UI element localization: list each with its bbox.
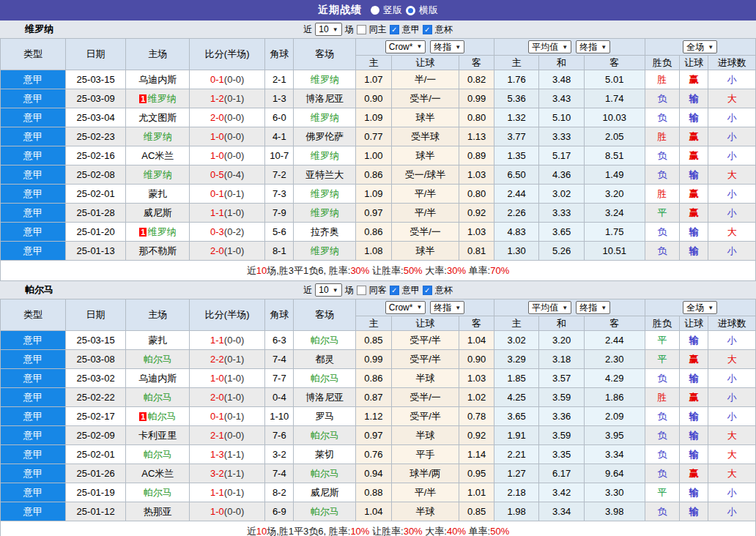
odds-handicap-cell: 受半/一 <box>391 223 459 242</box>
odds-away-cell: 0.92 <box>459 204 494 223</box>
team-name: 维罗纳 <box>25 23 53 36</box>
same-venue-checkbox[interactable] <box>357 286 366 295</box>
avg-away-cell: 2.09 <box>584 407 645 426</box>
away-team-cell: 维罗纳 <box>294 108 356 127</box>
avg-draw-cell: 3.48 <box>539 70 585 89</box>
odds-handicap-cell: 平/半 <box>391 204 459 223</box>
table-row: 意甲25-03-15乌迪内斯0-1(0-0)2-1维罗纳1.07半/一0.821… <box>1 70 756 89</box>
odds-away-cell: 0.85 <box>459 502 494 521</box>
home-team-cell: 蒙扎 <box>126 331 190 350</box>
date-cell: 25-02-23 <box>65 127 126 146</box>
table-row: 意甲25-01-12热那亚1-0(0-0)6-9帕尔马1.04半球0.851.9… <box>1 502 756 521</box>
result-wl-cell: 平 <box>645 483 679 502</box>
average-select-group: 平均值▼终指▼ <box>494 299 645 316</box>
home-team-cell: 卡利亚里 <box>126 426 190 445</box>
cup-checkbox[interactable]: ✓ <box>423 286 432 295</box>
avg-home-cell: 3.02 <box>494 331 539 350</box>
corner-cell: 7-3 <box>265 185 294 204</box>
odds-home-cell: 0.77 <box>356 127 391 146</box>
away-team-cell: 维罗纳 <box>294 185 356 204</box>
layout-radio-group: 竖版 横版 <box>371 4 438 17</box>
avg-home-cell: 1.76 <box>494 70 539 89</box>
col-avg-away: 客 <box>584 56 645 70</box>
final-odds-select[interactable]: 终指▼ <box>430 40 464 53</box>
odds-home-cell: 0.76 <box>356 445 391 464</box>
odds-handicap-cell: 受半/一 <box>391 388 459 407</box>
score-cell: 1-0(1-0) <box>190 369 265 388</box>
corner-cell: 7-2 <box>265 165 294 185</box>
result-handicap-cell: 赢 <box>679 464 708 483</box>
home-team-cell: 1维罗纳 <box>126 223 190 242</box>
result-select-group: 全场▼ <box>645 299 755 316</box>
away-team-cell: 帕尔马 <box>294 502 356 521</box>
team-section: 帕尔马 近 10▼ 场 同客 ✓ 意甲 ✓ 意杯 类型 <box>0 281 756 536</box>
result-wl-cell: 负 <box>645 502 679 521</box>
odds-home-cell: 1.09 <box>356 185 391 204</box>
table-row: 意甲25-01-13那不勒斯2-0(1-0)8-1维罗纳1.08球半0.811.… <box>1 242 756 261</box>
result-goals-cell: 大 <box>708 223 756 242</box>
avg-draw-cell: 4.36 <box>539 165 585 185</box>
table-row: 意甲25-02-171帕尔马0-1(0-1)1-10罗马1.12受平/半0.78… <box>1 407 756 426</box>
odds-home-cell: 0.90 <box>356 89 391 108</box>
league-checkbox[interactable]: ✓ <box>390 25 399 34</box>
avg-away-cell: 3.30 <box>584 483 645 502</box>
result-goals-cell: 小 <box>708 483 756 502</box>
odds-away-cell: 0.78 <box>459 407 494 426</box>
summary-row: 近10场,胜3平1负6, 胜率:30% 让胜率:50% 大率:30% 单率:70… <box>1 261 756 281</box>
result-goals-cell: 小 <box>708 108 756 127</box>
table-row: 意甲25-02-09卡利亚里2-1(0-0)7-6帕尔马0.97半球0.921.… <box>1 426 756 445</box>
col-away: 客场 <box>294 39 356 70</box>
date-cell: 25-03-09 <box>65 89 126 108</box>
corner-cell: 7-7 <box>265 369 294 388</box>
avg-home-cell: 1.35 <box>494 146 539 165</box>
final-odds-select[interactable]: 终指▼ <box>430 301 464 314</box>
league-checkbox[interactable]: ✓ <box>390 286 399 295</box>
odds-away-cell: 1.03 <box>459 369 494 388</box>
avg-away-cell: 3.95 <box>584 426 645 445</box>
full-match-select[interactable]: 全场▼ <box>683 301 717 314</box>
result-goals-cell: 大 <box>708 426 756 445</box>
odds-source-select[interactable]: Crow*▼ <box>385 40 426 53</box>
result-wl-cell: 负 <box>645 242 679 261</box>
corner-cell: 5-6 <box>265 223 294 242</box>
final-odds-select-2[interactable]: 终指▼ <box>576 301 610 314</box>
vertical-layout-radio[interactable] <box>371 6 379 15</box>
avg-draw-cell: 5.10 <box>539 108 585 127</box>
cup-label: 意杯 <box>435 23 453 36</box>
result-handicap-cell: 输 <box>679 445 708 464</box>
odds-handicap-cell: 受平/半 <box>391 331 459 350</box>
odds-handicap-cell: 受半/一 <box>391 89 459 108</box>
final-odds-select-2[interactable]: 终指▼ <box>576 40 610 53</box>
average-select[interactable]: 平均值▼ <box>528 40 571 53</box>
match-count-select[interactable]: 10▼ <box>315 283 341 297</box>
same-venue-checkbox[interactable] <box>357 25 366 34</box>
home-team-cell: 威尼斯 <box>126 204 190 223</box>
score-cell: 1-1(1-0) <box>190 204 265 223</box>
full-match-select[interactable]: 全场▼ <box>683 40 717 53</box>
away-team-cell: 罗马 <box>294 407 356 426</box>
home-team-cell: 乌迪内斯 <box>126 70 190 89</box>
col-date: 日期 <box>65 39 126 70</box>
result-wl-cell: 负 <box>645 407 679 426</box>
col-score: 比分(半场) <box>190 39 265 70</box>
average-select[interactable]: 平均值▼ <box>528 301 571 314</box>
odds-handicap-cell: 平/半 <box>391 483 459 502</box>
match-count-select[interactable]: 10▼ <box>315 23 341 36</box>
chevron-down-icon: ▼ <box>416 43 422 50</box>
avg-home-cell: 1.91 <box>494 426 539 445</box>
chevron-down-icon: ▼ <box>601 305 607 311</box>
avg-away-cell: 3.34 <box>584 445 645 464</box>
table-row: 意甲25-02-23维罗纳1-0(0-0)4-1佛罗伦萨0.77受半球1.133… <box>1 127 756 146</box>
col-avg-home: 主 <box>494 316 539 331</box>
col-corner: 角球 <box>265 39 294 70</box>
cup-checkbox[interactable]: ✓ <box>423 25 432 34</box>
section-bar: 帕尔马 近 10▼ 场 同客 ✓ 意甲 ✓ 意杯 <box>0 281 756 299</box>
odds-source-select[interactable]: Crow*▼ <box>385 301 426 314</box>
col-odds-handicap: 让球 <box>391 56 459 70</box>
horizontal-layout-radio[interactable] <box>406 6 415 15</box>
odds-away-cell: 0.80 <box>459 108 494 127</box>
score-cell: 2-0(1-0) <box>190 242 265 261</box>
corner-cell: 2-1 <box>265 70 294 89</box>
avg-home-cell: 1.85 <box>494 369 539 388</box>
chevron-down-icon: ▼ <box>708 305 714 311</box>
